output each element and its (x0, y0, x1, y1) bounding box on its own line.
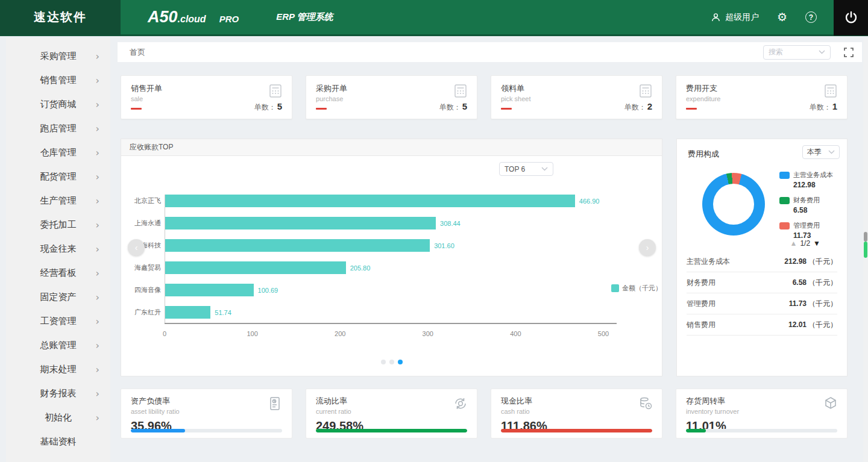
sidebar-item-store-visit[interactable]: 跑店管理› (6, 116, 110, 140)
app-header: 速达软件 A50 .cloud PRO ERP 管理系统 超级用户 ⚙ ? (0, 0, 868, 36)
chevron-down-icon (828, 150, 835, 154)
donut-chart[interactable] (702, 173, 765, 236)
progress-fill (501, 429, 652, 432)
tab-bar: 首页 搜索 (118, 42, 862, 62)
sidebar-item-dashboard[interactable]: 经营看板› (6, 261, 110, 285)
sidebar-item-purchase[interactable]: 采购管理› (6, 44, 110, 68)
legend-value: 212.98 (793, 181, 833, 189)
x-tick: 400 (510, 330, 521, 337)
legend-value: 11.73 (793, 231, 833, 240)
stat-card-sale[interactable]: 销售开单 sale 单数：5 (121, 75, 292, 119)
scrollbar-thumb-accent[interactable] (864, 242, 867, 258)
help-icon[interactable]: ? (805, 11, 817, 23)
bar[interactable] (165, 217, 436, 229)
carousel-next-button[interactable]: › (639, 239, 656, 256)
box-icon (823, 396, 838, 411)
x-tick: 500 (598, 330, 609, 337)
carousel-dots (121, 360, 662, 364)
settings-gear-icon[interactable]: ⚙ (777, 11, 787, 23)
sidebar-item-label: 采购管理 (40, 51, 77, 62)
bar[interactable] (165, 195, 575, 207)
fullscreen-icon[interactable] (844, 48, 854, 57)
sidebar-item-order-mall[interactable]: 订货商城› (6, 92, 110, 116)
stat-card-expenditure[interactable]: 费用开支 expenditure 单数：1 (676, 75, 848, 119)
count-value: 5 (462, 101, 467, 111)
search-input[interactable]: 搜索 (763, 45, 831, 60)
receivables-chart-panel: 应收账款TOP TOP 6 北京正飞 上海永通 洪海科技 海鑫贸易 四海音像 广… (121, 139, 662, 376)
ratio-subtitle: asset libility ratio (131, 408, 282, 415)
user-menu[interactable]: 超级用户 (711, 12, 759, 23)
pager-up-icon[interactable]: ▲ (790, 239, 797, 248)
bar[interactable] (165, 306, 210, 319)
sidebar-item-outsourcing[interactable]: 委托加工› (6, 213, 110, 237)
page-scrollbar[interactable] (863, 38, 868, 462)
bar[interactable] (165, 284, 254, 296)
sidebar-item-cash[interactable]: 现金往来› (6, 237, 110, 261)
tab-home[interactable]: 首页 (130, 47, 145, 58)
scrollbar-thumb[interactable] (864, 232, 867, 242)
legend-swatch (779, 172, 790, 179)
progress-bar (501, 429, 652, 432)
progress-bar (686, 429, 837, 432)
stat-card-purchase[interactable]: 采购开单 purchase 单数：5 (306, 75, 477, 119)
bar[interactable] (165, 239, 430, 252)
sidebar-item-label: 总账管理 (40, 340, 77, 351)
calculator-icon (268, 83, 283, 99)
ratio-card-cash[interactable]: 现金比率 cash ratio 111.86% (491, 389, 662, 439)
bar-value: 308.44 (440, 220, 461, 227)
carousel-prev-button[interactable]: ‹ (128, 239, 145, 256)
chevron-right-icon: › (96, 123, 99, 134)
expense-row: 主营业务成本 212.98 （千元） (687, 251, 837, 272)
chevron-right-icon: › (96, 412, 99, 423)
sidebar-item-initialization[interactable]: 初始化› (6, 405, 110, 429)
period-filter-select[interactable]: 本季 (802, 145, 840, 159)
carousel-dot[interactable] (381, 360, 386, 364)
ratio-subtitle: inventory turnover (686, 408, 837, 415)
sidebar-item-general-ledger[interactable]: 总账管理› (6, 333, 110, 357)
sidebar-item-warehouse[interactable]: 仓库管理› (6, 140, 110, 164)
red-dash (501, 108, 512, 110)
legend-item: 管理费用 11.73 (779, 221, 833, 240)
sidebar-item-label: 配货管理 (40, 171, 77, 183)
legend-label: 主营业务成本 (793, 170, 833, 179)
x-tick: 200 (335, 330, 345, 337)
calculator-icon (638, 83, 653, 99)
chevron-right-icon: › (96, 267, 99, 279)
sidebar-item-label: 经营看板 (40, 267, 77, 279)
count-value: 5 (277, 101, 282, 111)
legend-swatch (779, 222, 790, 229)
report-icon (268, 396, 283, 411)
logout-power-button[interactable] (834, 0, 868, 36)
chevron-right-icon: › (96, 316, 99, 327)
sidebar-item-label: 初始化 (45, 412, 72, 423)
ratio-card-asset-liability[interactable]: 资产负债率 asset libility ratio 35.96% (121, 389, 292, 439)
bar[interactable] (165, 261, 346, 274)
sidebar-item-period-end[interactable]: 期末处理› (6, 357, 110, 381)
sidebar-item-production[interactable]: 生产管理› (6, 189, 110, 213)
sidebar-item-sales[interactable]: 销售管理› (6, 68, 110, 92)
sidebar-item-fixed-assets[interactable]: 固定资产› (6, 285, 110, 309)
sidebar-item-payroll[interactable]: 工资管理› (6, 309, 110, 333)
chevron-right-icon: › (96, 147, 99, 158)
sidebar-item-financial-reports[interactable]: 财务报表› (6, 381, 110, 405)
top-filter-select[interactable]: TOP 6 (499, 162, 553, 176)
y-label: 上海永通 (125, 217, 161, 229)
brand-name: 速达软件 (34, 9, 87, 25)
calculator-icon (453, 83, 468, 99)
y-label: 广东红升 (125, 306, 161, 319)
ratio-card-current[interactable]: 流动比率 current ratio 249.58% (306, 389, 477, 439)
stat-card-pick-sheet[interactable]: 领料单 pick sheet 单数：2 (491, 75, 662, 119)
count-label: 单数： (439, 103, 461, 111)
ratio-card-inventory[interactable]: 存货周转率 inventory turnover 11.01% (676, 389, 848, 439)
carousel-dot[interactable] (389, 360, 394, 364)
sidebar-item-label: 销售管理 (40, 75, 77, 86)
pager-down-icon[interactable]: ▼ (813, 239, 820, 248)
ratio-title: 现金比率 (501, 396, 652, 407)
carousel-dot-active[interactable] (398, 360, 403, 364)
sidebar-item-base-data[interactable]: 基础资料 (6, 429, 110, 454)
main-area: 首页 搜索 销售开单 sale 单数：5 (118, 38, 862, 462)
sidebar-item-distribution[interactable]: 配货管理› (6, 164, 110, 189)
ratio-title: 流动比率 (316, 396, 467, 407)
sidebar-item-label: 财务报表 (40, 388, 77, 399)
x-axis-line (165, 323, 617, 324)
